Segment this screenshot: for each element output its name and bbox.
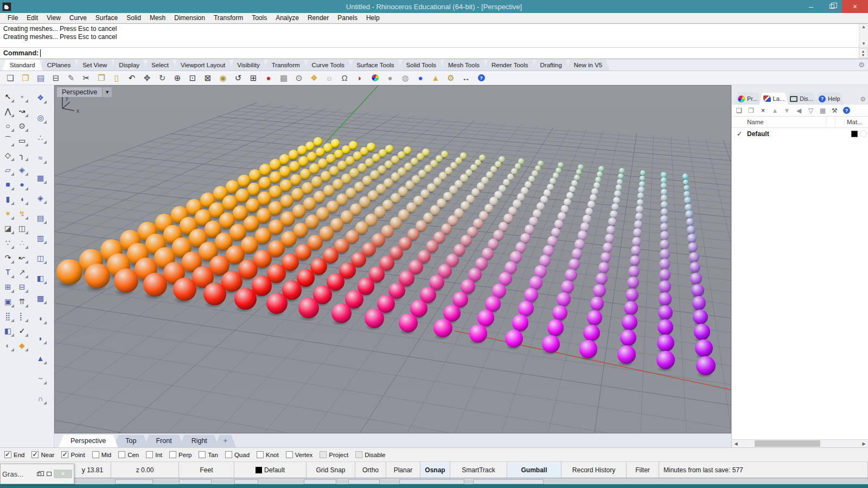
osnap-point[interactable]: Point bbox=[61, 451, 85, 458]
osnap-checkbox-near[interactable] bbox=[31, 451, 39, 458]
boolean-difference-icon[interactable]: ∴ bbox=[15, 236, 29, 249]
status-record-history[interactable]: Record History bbox=[561, 462, 627, 478]
panel-tab-properties[interactable]: Pr... bbox=[734, 93, 762, 105]
osnap-checkbox-disable[interactable] bbox=[355, 451, 362, 458]
osnap-perp[interactable]: Perp bbox=[169, 451, 192, 458]
status-ortho[interactable]: Ortho bbox=[355, 462, 386, 478]
shaded-viewport-icon[interactable]: ● bbox=[383, 72, 397, 85]
boolean-union-icon[interactable]: ∵ bbox=[1, 236, 15, 249]
move-down-icon[interactable]: ▼ bbox=[782, 106, 792, 115]
command-line[interactable]: Command: ▲▼ bbox=[0, 47, 868, 59]
scroll-up-icon[interactable]: ▲ bbox=[861, 24, 866, 30]
flow-surface-icon[interactable]: ≈ bbox=[34, 151, 47, 164]
ribbon-tab-transform[interactable]: Transform bbox=[264, 60, 308, 70]
osnap-checkbox-int[interactable] bbox=[146, 451, 153, 458]
print-icon[interactable]: ⊟ bbox=[49, 72, 63, 85]
osnap-checkbox-cen[interactable] bbox=[118, 451, 125, 458]
ungroup-icon[interactable]: ⊟ bbox=[15, 280, 29, 293]
menu-solid[interactable]: Solid bbox=[122, 14, 145, 22]
viewport-title[interactable]: Perspective bbox=[57, 87, 102, 97]
menu-tools[interactable]: Tools bbox=[247, 14, 271, 22]
color-wheel-icon[interactable] bbox=[368, 72, 382, 85]
lightbulb-icon[interactable]: ☼ bbox=[322, 72, 336, 85]
zoom-selected-icon[interactable]: ◉ bbox=[216, 72, 230, 85]
save-icon[interactable]: ▤ bbox=[34, 72, 48, 85]
tabstrip-gear-icon[interactable]: ⚙ bbox=[858, 61, 865, 69]
boolean-solids-icon[interactable]: ◐ bbox=[1, 338, 15, 352]
osnap-end[interactable]: End bbox=[4, 451, 24, 458]
menu-help[interactable]: Help bbox=[362, 14, 384, 22]
text-icon[interactable]: T bbox=[1, 265, 15, 279]
offset-surface-icon[interactable]: ◧ bbox=[34, 271, 47, 285]
drape-surface-icon[interactable]: ∩ bbox=[34, 391, 47, 405]
control-point-curve-icon[interactable]: ↝ bbox=[15, 104, 29, 118]
layer-material-icon[interactable] bbox=[860, 130, 867, 137]
zoom-in-icon[interactable]: ⊕ bbox=[170, 72, 184, 85]
sheet-icon[interactable]: ▦ bbox=[818, 106, 828, 115]
mirror-icon[interactable]: ◧ bbox=[1, 324, 15, 337]
cylinder-icon[interactable]: ▮ bbox=[1, 192, 15, 206]
layer-tools-icon[interactable]: ⚒ bbox=[829, 106, 840, 115]
menu-mesh[interactable]: Mesh bbox=[145, 14, 170, 22]
flamingo-cone-icon[interactable]: ▲ bbox=[429, 72, 443, 85]
cone-surface-icon[interactable]: ▲ bbox=[34, 351, 47, 365]
scroll-down-icon[interactable]: ▼ bbox=[861, 41, 866, 47]
polygon-icon[interactable]: ◇ bbox=[1, 148, 15, 162]
grid-table-2-icon[interactable]: ▥ bbox=[34, 231, 47, 245]
cut-icon[interactable]: ✂ bbox=[79, 72, 93, 85]
osnap-checkbox-vertex[interactable] bbox=[286, 451, 293, 458]
menu-file[interactable]: File bbox=[3, 14, 22, 22]
cplane-icon[interactable]: ▦ bbox=[277, 72, 291, 85]
paint-icon[interactable]: ◆ bbox=[15, 338, 29, 352]
texture-map-icon[interactable]: ▩ bbox=[34, 291, 47, 305]
torus-icon[interactable]: ◎ bbox=[34, 111, 47, 124]
viewport-canvas[interactable]: Perspective ▼ z y x bbox=[54, 85, 731, 433]
cage-edit-icon[interactable]: ▣ bbox=[1, 294, 15, 308]
sphere-tool-icon[interactable]: ● bbox=[15, 177, 29, 191]
paste-icon[interactable]: ▯ bbox=[110, 72, 124, 85]
move-icon[interactable]: ↗ bbox=[15, 265, 29, 279]
column-header-material[interactable]: Mat... bbox=[844, 119, 868, 125]
menu-surface[interactable]: Surface bbox=[91, 14, 122, 22]
ribbon-tab-visibility[interactable]: Visibility bbox=[229, 60, 267, 70]
panel-tab-layers[interactable]: La... bbox=[760, 93, 788, 105]
rectangle-icon[interactable]: ▭ bbox=[15, 133, 29, 147]
move-back-icon[interactable]: ◀ bbox=[794, 106, 804, 115]
menu-curve[interactable]: Curve bbox=[65, 14, 91, 22]
command-history[interactable]: Creating meshes... Press Esc to cancelCr… bbox=[0, 23, 868, 47]
extrude-icon[interactable]: ⇈ bbox=[15, 294, 29, 308]
osnap-checkbox-quad[interactable] bbox=[225, 451, 232, 458]
status-filter[interactable]: Filter bbox=[627, 462, 659, 478]
dimension-icon[interactable]: ↔ bbox=[459, 72, 473, 85]
selection-filter-icon[interactable]: ❖ bbox=[307, 72, 321, 85]
menu-edit[interactable]: Edit bbox=[22, 14, 42, 22]
export-notes-icon[interactable]: ✎ bbox=[64, 72, 78, 85]
box-icon[interactable]: ■ bbox=[1, 177, 15, 191]
osnap-cen[interactable]: Cen bbox=[118, 451, 139, 458]
zoom-window-icon[interactable]: ⊡ bbox=[186, 72, 200, 85]
close-button[interactable]: × bbox=[842, 0, 868, 13]
ribbon-tab-curve-tools[interactable]: Curve Tools bbox=[304, 60, 353, 70]
status-gumball[interactable]: Gumball bbox=[507, 462, 561, 478]
status-z-0-00[interactable]: z 0.00 bbox=[111, 462, 179, 478]
viewport-tab-front[interactable]: Front bbox=[144, 435, 183, 447]
circle-center-icon[interactable]: ⊙ bbox=[292, 72, 306, 85]
panel-horizontal-scrollbar[interactable]: ◀ ▶ bbox=[732, 439, 868, 447]
zoom-extents-icon[interactable]: ⊠ bbox=[201, 72, 215, 85]
render-wedge-icon[interactable]: ◗ bbox=[353, 72, 367, 85]
menu-analyze[interactable]: Analyze bbox=[271, 14, 303, 22]
ribbon-surface-icon[interactable]: ~ bbox=[34, 371, 47, 385]
panel-gear-icon[interactable]: ⚙ bbox=[860, 95, 866, 105]
undo-icon[interactable]: ↶ bbox=[125, 72, 139, 85]
rendered-viewport-icon[interactable]: ● bbox=[413, 72, 427, 85]
status-feet[interactable]: Feet bbox=[179, 462, 234, 478]
ribbon-tab-set-view[interactable]: Set View bbox=[75, 60, 114, 70]
menu-transform[interactable]: Transform bbox=[209, 14, 247, 22]
ribbon-tab-standard[interactable]: Standard bbox=[2, 60, 43, 70]
new-file-icon[interactable]: ❏ bbox=[3, 72, 17, 85]
explode-icon[interactable]: ✶ bbox=[1, 207, 15, 220]
select-icon[interactable]: ↖ bbox=[1, 89, 15, 103]
layer-color-swatch[interactable] bbox=[851, 131, 858, 137]
osnap-checkbox-perp[interactable] bbox=[169, 451, 176, 458]
scroll-left-icon[interactable]: ◀ bbox=[732, 441, 740, 446]
